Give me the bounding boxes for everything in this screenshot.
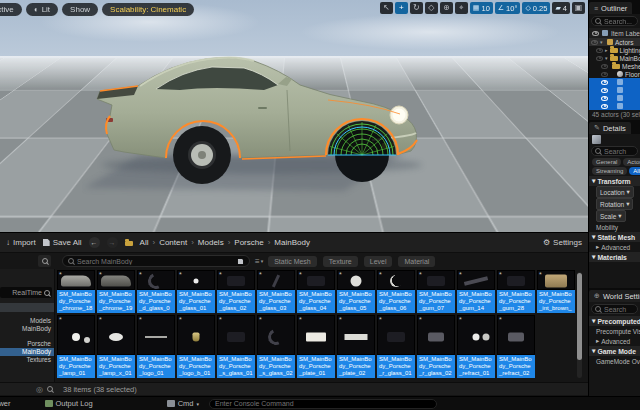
sources-item-porsche[interactable]: Porsche [0, 340, 54, 348]
outliner-row[interactable] [589, 78, 640, 86]
breadcrumb-all[interactable]: All [140, 238, 149, 247]
asset-tile[interactable]: *SM_MainBody_Porsche_glass_01 [177, 270, 215, 313]
details-filter-actor[interactable]: Actor [623, 158, 640, 166]
asset-tile[interactable]: *SM_MainBody_Porsche_r_glass_01 [377, 315, 415, 378]
search-icon[interactable] [47, 386, 53, 392]
asset-tile[interactable]: *SM_MainBody_Porsche_s_glass_02 [257, 315, 295, 378]
sources-item-textures[interactable]: Textures [0, 356, 54, 364]
details-search[interactable] [591, 146, 638, 156]
asset-search-box[interactable] [62, 255, 250, 267]
output-log-button[interactable]: Output Log [41, 399, 97, 408]
eye-icon[interactable] [601, 96, 608, 101]
world-space-icon[interactable]: ⊕ [440, 2, 453, 14]
breadcrumb-porsche[interactable]: Porsche [234, 238, 263, 247]
asset-grid-scrollbar[interactable] [577, 272, 582, 378]
grid-snap-control[interactable]: ▦ 10 [470, 2, 493, 14]
materials-section-header[interactable]: ▾Materials [589, 252, 640, 262]
location-dropdown[interactable]: Location▾ [596, 186, 634, 198]
sources-item-mainbody[interactable]: MainBody [0, 348, 54, 356]
settings-button[interactable]: ⚙ Settings [543, 238, 582, 247]
eye-icon[interactable] [596, 56, 603, 61]
move-tool-icon[interactable]: + [395, 2, 408, 14]
rotation-snap-control[interactable]: ∠ 10° [495, 2, 521, 14]
eye-icon[interactable] [601, 80, 608, 85]
outliner-column-header[interactable]: Item Label [589, 28, 640, 38]
static-mesh-section-header[interactable]: ▾Static Mesh [589, 232, 640, 242]
asset-tile[interactable]: *SM_MainBody_Porsche_logo_b_01 [177, 315, 215, 378]
world-settings-search[interactable] [591, 304, 638, 314]
world-settings-search-input[interactable] [604, 306, 638, 313]
filter-pill-material[interactable]: Material [398, 256, 435, 267]
outliner-search-input[interactable] [604, 18, 638, 25]
scale-tool-icon[interactable]: ◇ [425, 2, 438, 14]
scale-dropdown[interactable]: Scale▾ [596, 210, 626, 222]
maximize-viewport-icon[interactable]: ▣ [572, 2, 585, 14]
back-button[interactable]: ← [89, 237, 100, 248]
asset-tile[interactable]: *SM_MainBody_Porsche_plate_02 [337, 315, 375, 378]
eye-icon[interactable] [601, 104, 608, 109]
asset-grid[interactable]: *SM_MainBody_Porsche_chrome_18*SM_MainBo… [55, 269, 588, 382]
scale-snap-control[interactable]: ◇ 0.25 [522, 2, 550, 14]
tab-details[interactable]: ✎ Details [589, 122, 631, 134]
precomputed-visibility-header[interactable]: ▾Precomputed Visibility [589, 316, 640, 326]
outliner-row[interactable]: Floor [589, 70, 640, 78]
surface-snap-icon[interactable]: ⌖ [455, 2, 468, 14]
eye-icon[interactable] [601, 64, 608, 69]
asset-tile[interactable]: *SM_MainBody_Porsche_refract_02 [497, 315, 535, 378]
details-filter-streaming[interactable]: Streaming [592, 167, 627, 175]
transform-section-header[interactable]: ▾Transform [589, 176, 640, 186]
asset-tile[interactable]: *SM_MainBody_Porsche_lamp_x_01 [97, 315, 135, 378]
outliner-row[interactable]: ▾Actors [589, 38, 640, 46]
viewport-3d[interactable]: Perspective◐LitShowScalability: Cinemati… [0, 0, 588, 232]
tab-world-settings[interactable]: ⊕ World Settings [589, 290, 640, 302]
asset-tile[interactable]: *SM_MainBody_Porsche_d_glass_02 [137, 270, 175, 313]
asset-tile[interactable]: *SM_MainBody_Porsche_glass_03 [257, 270, 295, 313]
sources-filter-field[interactable]: RealTime [0, 287, 52, 298]
sources-item-models[interactable]: Models [0, 317, 54, 325]
eye-icon[interactable] [601, 72, 608, 77]
details-advanced-row[interactable]: ▸Advanced [589, 242, 640, 252]
outliner-search[interactable] [591, 16, 638, 26]
eye-icon[interactable] [601, 88, 608, 93]
filter-pill-texture[interactable]: Texture [323, 256, 358, 267]
asset-tile[interactable]: *SM_MainBody_Porsche_chrome_19 [97, 270, 135, 313]
asset-tile[interactable]: *SM_MainBody_Porsche_int_brown_07 [537, 270, 575, 313]
viewport-pill-show[interactable]: Show [62, 3, 98, 16]
select-tool-icon[interactable]: ↖ [380, 2, 393, 14]
tab-outliner[interactable]: ≡ Outliner [589, 2, 632, 14]
asset-tile[interactable]: *SM_MainBody_Porsche_s_glass_01 [217, 315, 255, 378]
asset-tile[interactable]: *SM_MainBody_Porsche_r_glass_02 [417, 315, 455, 378]
outliner-row[interactable]: ▾MainBody [589, 54, 640, 62]
outliner-row[interactable]: Meshes [589, 62, 640, 70]
game-mode-header[interactable]: ▾Game Mode [589, 346, 640, 356]
gamemode-override-row[interactable]: GameMode Override [589, 356, 640, 366]
asset-search-input[interactable] [77, 258, 234, 265]
asset-tile[interactable]: *SM_MainBody_Porsche_glass_04 [297, 270, 335, 313]
content-drawer-button[interactable]: Content Drawer [0, 399, 15, 408]
asset-tile[interactable]: *SM_MainBody_Porsche_logo_01 [137, 315, 175, 378]
breadcrumb-models[interactable]: Models [198, 238, 224, 247]
outliner-row[interactable] [589, 94, 640, 102]
asset-tile[interactable]: *SM_MainBody_Porsche_chrome_18 [57, 270, 95, 313]
viewport-pill-perspective[interactable]: Perspective [0, 3, 22, 16]
asset-tile[interactable]: *SM_MainBody_Porsche_glass_05 [337, 270, 375, 313]
details-filter-general[interactable]: General [592, 158, 621, 166]
rotation-dropdown[interactable]: Rotation▾ [596, 198, 633, 210]
rotate-tool-icon[interactable]: ↻ [410, 2, 423, 14]
import-button[interactable]: ↓ Import [6, 238, 36, 247]
asset-tile[interactable]: *SM_MainBody_Porsche_lamp_01 [57, 315, 95, 378]
viewport-pill-scalability-cinematic[interactable]: Scalability: Cinematic [102, 3, 194, 16]
selected-object-row[interactable] [589, 134, 640, 144]
camera-speed-control[interactable]: ▰ 4 [552, 2, 570, 14]
sources-section-band[interactable] [0, 303, 54, 312]
outliner-row[interactable] [589, 102, 640, 110]
asset-tile[interactable]: *SM_MainBody_Porsche_glass_06 [377, 270, 415, 313]
filter-pill-static-mesh[interactable]: Static Mesh [268, 256, 317, 267]
asset-tile[interactable]: *SM_MainBody_Porsche_gum_07 [417, 270, 455, 313]
outliner-row[interactable] [589, 86, 640, 94]
outliner-row[interactable]: ▸Lighting [589, 46, 640, 54]
asset-tile[interactable]: *SM_MainBody_Porsche_glass_02 [217, 270, 255, 313]
console-command-input[interactable] [209, 399, 437, 409]
sources-search-toggle[interactable] [38, 255, 51, 267]
asset-tile[interactable]: *SM_MainBody_Porsche_refract_01 [457, 315, 495, 378]
